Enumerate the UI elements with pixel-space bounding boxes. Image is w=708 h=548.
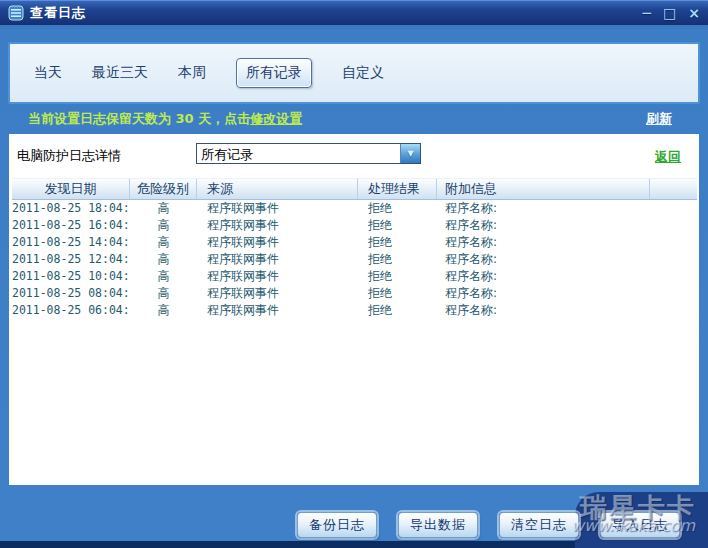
close-button[interactable]: × bbox=[688, 6, 700, 20]
back-link[interactable]: 返回 bbox=[655, 148, 681, 166]
cell-date: 2011-08-25 12:04:13 bbox=[12, 251, 130, 268]
cell-source: 程序联网事件 bbox=[197, 285, 358, 302]
tab-last-three-days[interactable]: 最近三天 bbox=[92, 64, 148, 82]
log-viewer-window: 查看日志 ─ □ × 当天 最近三天 本周 所有记录 自定义 当前设置日志保留天… bbox=[0, 0, 708, 548]
cell-level: 高 bbox=[130, 217, 197, 234]
tab-bar: 当天 最近三天 本周 所有记录 自定义 bbox=[8, 42, 700, 104]
cell-date: 2011-08-25 18:04:13 bbox=[12, 200, 130, 217]
retention-notice: 当前设置日志保留天数为 30 天，点击 修改设置 刷新 bbox=[8, 104, 700, 134]
cell-source: 程序联网事件 bbox=[197, 268, 358, 285]
log-row[interactable]: 2011-08-25 16:04:13 高 程序联网事件 拒绝 程序名称: bbox=[12, 217, 697, 234]
cell-result: 拒绝 bbox=[358, 200, 437, 217]
cell-info: 程序名称: bbox=[437, 302, 650, 319]
log-row[interactable]: 2011-08-25 06:04:13 高 程序联网事件 拒绝 程序名称: bbox=[12, 302, 697, 319]
modify-settings-link[interactable]: 修改设置 bbox=[250, 110, 302, 128]
window-controls: ─ □ × bbox=[643, 6, 700, 20]
app-icon bbox=[8, 5, 24, 21]
cell-date: 2011-08-25 16:04:13 bbox=[12, 217, 130, 234]
cell-info: 程序名称: bbox=[437, 217, 650, 234]
chevron-down-icon: ▼ bbox=[407, 150, 413, 158]
cell-level: 高 bbox=[130, 302, 197, 319]
log-row[interactable]: 2011-08-25 12:04:13 高 程序联网事件 拒绝 程序名称: bbox=[12, 251, 697, 268]
maximize-button[interactable]: □ bbox=[663, 6, 676, 20]
clear-logs-button[interactable]: 清空日志 bbox=[499, 512, 579, 538]
cell-source: 程序联网事件 bbox=[197, 200, 358, 217]
cell-result: 拒绝 bbox=[358, 217, 437, 234]
cell-result: 拒绝 bbox=[358, 268, 437, 285]
cell-level: 高 bbox=[130, 251, 197, 268]
cell-info: 程序名称: bbox=[437, 285, 650, 302]
cell-info: 程序名称: bbox=[437, 200, 650, 217]
cell-date: 2011-08-25 08:04:13 bbox=[12, 285, 130, 302]
tab-custom[interactable]: 自定义 bbox=[342, 64, 384, 82]
window-title: 查看日志 bbox=[30, 4, 86, 22]
tab-this-week[interactable]: 本周 bbox=[178, 64, 206, 82]
retention-notice-text: 当前设置日志保留天数为 30 天，点击 bbox=[28, 110, 250, 128]
cell-result: 拒绝 bbox=[358, 302, 437, 319]
dropdown-arrow-button[interactable]: ▼ bbox=[400, 144, 420, 163]
cell-source: 程序联网事件 bbox=[197, 251, 358, 268]
log-row[interactable]: 2011-08-25 14:04:13 高 程序联网事件 拒绝 程序名称: bbox=[12, 234, 697, 251]
cell-source: 程序联网事件 bbox=[197, 217, 358, 234]
cell-info: 程序名称: bbox=[437, 268, 650, 285]
cell-source: 程序联网事件 bbox=[197, 234, 358, 251]
column-header-result[interactable]: 处理结果 bbox=[358, 179, 437, 199]
column-header-date[interactable]: 发现日期 bbox=[12, 179, 130, 199]
log-row[interactable]: 2011-08-25 18:04:13 高 程序联网事件 拒绝 程序名称: bbox=[12, 200, 697, 217]
cell-level: 高 bbox=[130, 268, 197, 285]
log-row[interactable]: 2011-08-25 08:04:13 高 程序联网事件 拒绝 程序名称: bbox=[12, 285, 697, 302]
titlebar: 查看日志 ─ □ × bbox=[0, 0, 708, 25]
cell-date: 2011-08-25 06:04:13 bbox=[12, 302, 130, 319]
cell-result: 拒绝 bbox=[358, 234, 437, 251]
cell-info: 程序名称: bbox=[437, 234, 650, 251]
cell-level: 高 bbox=[130, 285, 197, 302]
log-detail-label: 电脑防护日志详情 bbox=[17, 147, 121, 165]
cell-date: 2011-08-25 14:04:13 bbox=[12, 234, 130, 251]
log-row[interactable]: 2011-08-25 10:04:13 高 程序联网事件 拒绝 程序名称: bbox=[12, 268, 697, 285]
log-type-dropdown[interactable]: 所有记录 ▼ bbox=[196, 143, 421, 164]
backup-logs-button[interactable]: 备份日志 bbox=[297, 512, 377, 538]
cell-date: 2011-08-25 10:04:13 bbox=[12, 268, 130, 285]
column-header-info[interactable]: 附加信息 bbox=[437, 179, 650, 199]
cell-info: 程序名称: bbox=[437, 251, 650, 268]
refresh-link[interactable]: 刷新 bbox=[646, 110, 672, 128]
export-data-button[interactable]: 导出数据 bbox=[398, 512, 478, 538]
column-header-source[interactable]: 来源 bbox=[197, 179, 358, 199]
column-header-empty bbox=[650, 179, 697, 199]
tab-all-records[interactable]: 所有记录 bbox=[236, 58, 312, 88]
log-table: 发现日期 危险级别 来源 处理结果 附加信息 2011-08-25 18:04:… bbox=[12, 178, 697, 319]
column-header-level[interactable]: 危险级别 bbox=[130, 179, 197, 199]
tab-today[interactable]: 当天 bbox=[34, 64, 62, 82]
log-panel: 电脑防护日志详情 所有记录 ▼ 返回 发现日期 危险级别 来源 处理结果 附加信… bbox=[9, 134, 699, 485]
cell-level: 高 bbox=[130, 234, 197, 251]
minimize-button[interactable]: ─ bbox=[643, 6, 651, 20]
cell-result: 拒绝 bbox=[358, 285, 437, 302]
table-header: 发现日期 危险级别 来源 处理结果 附加信息 bbox=[12, 178, 697, 200]
watermark-url: www.ikaka.com bbox=[571, 516, 695, 535]
cell-level: 高 bbox=[130, 200, 197, 217]
cell-source: 程序联网事件 bbox=[197, 302, 358, 319]
cell-result: 拒绝 bbox=[358, 251, 437, 268]
dropdown-value: 所有记录 bbox=[197, 144, 400, 163]
